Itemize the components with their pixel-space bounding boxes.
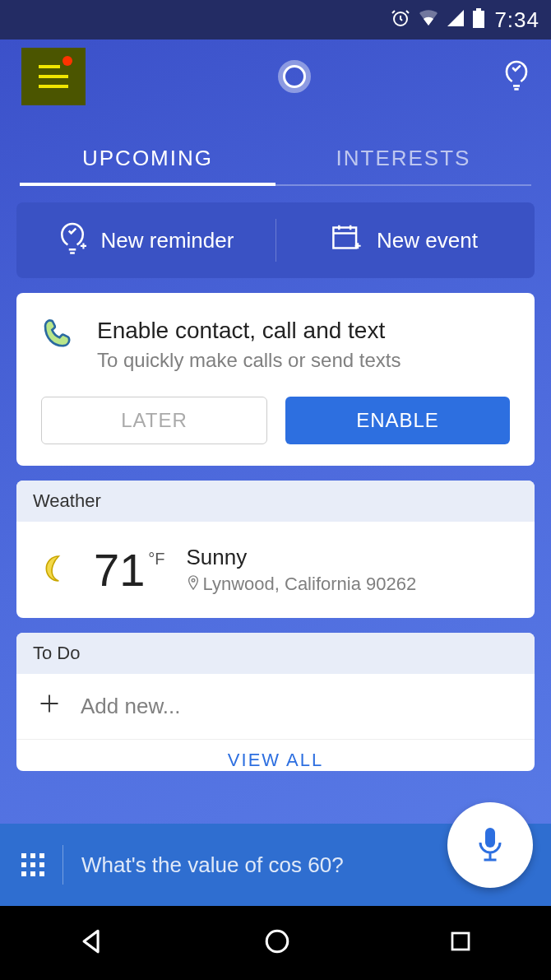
notification-dot — [63, 56, 72, 66]
weather-unit: °F — [148, 550, 164, 569]
calendar-icon — [332, 224, 362, 258]
cortana-logo-icon[interactable] — [278, 60, 311, 93]
status-time: 7:34 — [494, 7, 539, 33]
nav-recent-icon[interactable] — [448, 929, 473, 957]
phone-icon — [41, 318, 74, 354]
enable-button[interactable]: ENABLE — [285, 397, 510, 444]
location-pin-icon — [187, 574, 200, 595]
weather-header: Weather — [16, 481, 535, 522]
todo-card: To Do Add new... VIEW ALL — [16, 633, 535, 771]
add-todo-label: Add new... — [81, 694, 180, 719]
wifi-icon — [419, 9, 438, 30]
quick-actions: New reminder New event — [16, 202, 535, 278]
mic-button[interactable] — [447, 802, 533, 888]
content: New reminder New event Enable contact, c… — [0, 186, 551, 824]
plus-icon — [38, 692, 61, 721]
weather-condition: Sunny — [187, 545, 417, 570]
apps-icon[interactable] — [21, 853, 44, 876]
enable-title: Enable contact, call and text — [97, 318, 401, 344]
mic-icon — [475, 826, 505, 864]
svg-point-6 — [266, 931, 288, 952]
ask-bar: What's the value of cos 60? — [0, 824, 551, 906]
svg-point-4 — [192, 579, 195, 583]
weather-card[interactable]: Weather 71 °F Sunny Lynwood, California … — [16, 481, 535, 618]
svg-rect-2 — [476, 8, 481, 11]
alarm-icon — [391, 8, 410, 31]
svg-rect-1 — [473, 11, 484, 28]
divider — [63, 845, 63, 885]
battery-icon — [473, 8, 484, 31]
weather-location: Lynwood, California 90262 — [203, 574, 417, 595]
svg-rect-3 — [333, 227, 356, 248]
svg-rect-5 — [485, 828, 495, 848]
svg-rect-7 — [452, 933, 469, 950]
status-icons — [391, 8, 484, 31]
new-reminder-button[interactable]: New reminder — [16, 202, 276, 278]
add-todo-button[interactable]: Add new... — [16, 674, 535, 740]
tab-interests[interactable]: INTERESTS — [276, 134, 531, 186]
new-reminder-label: New reminder — [101, 228, 234, 253]
reminder-bulb-icon — [58, 221, 86, 260]
tips-icon[interactable] — [503, 59, 530, 94]
todo-header: To Do — [16, 633, 535, 674]
tab-upcoming[interactable]: UPCOMING — [20, 134, 276, 186]
nav-back-icon[interactable] — [78, 927, 106, 959]
enable-card: Enable contact, call and text To quickly… — [16, 293, 535, 466]
view-all-button[interactable]: VIEW ALL — [16, 740, 535, 771]
cell-icon — [447, 9, 465, 30]
nav-home-icon[interactable] — [263, 927, 291, 959]
android-nav-bar — [0, 906, 551, 980]
weather-temp: 71 — [94, 543, 145, 597]
menu-button[interactable] — [21, 48, 86, 105]
enable-subtitle: To quickly make calls or send texts — [97, 349, 401, 372]
new-event-button[interactable]: New event — [276, 202, 535, 278]
tabs: UPCOMING INTERESTS — [20, 134, 531, 186]
app-header — [0, 39, 551, 114]
status-bar: 7:34 — [0, 0, 551, 39]
new-event-label: New event — [377, 228, 478, 253]
moon-icon — [39, 552, 72, 588]
later-button[interactable]: LATER — [41, 397, 267, 444]
